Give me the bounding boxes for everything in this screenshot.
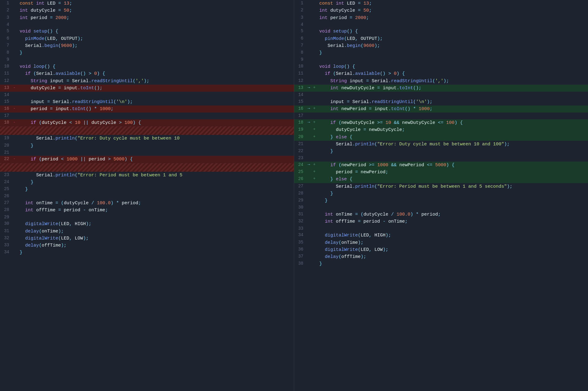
line-number: 16 [0,105,12,113]
line-number: 19 [0,135,12,142]
arrow-indicator [306,204,312,211]
line-diff-marker [12,179,17,186]
line-content: } [317,190,588,197]
arrow-indicator [306,28,312,35]
line-content [317,204,588,211]
code-row: 34 digitalWrite(LED, HIGH); [294,232,588,239]
line-diff-marker [12,7,17,14]
line-content: } [317,49,588,56]
line-number [0,126,12,135]
code-row: 15 input = Serial.readStringUntil('\n'); [294,98,588,105]
line-content: int onTime = (dutyCycle / 100.0) * perio… [317,211,588,218]
arrow-indicator [306,7,312,14]
plus-indicator [312,0,317,7]
code-row: 13→+ int newDutyCycle = input.toInt(); [294,85,588,92]
line-number: 10 [0,63,12,70]
plus-indicator: + [312,119,317,126]
line-number: 34 [0,249,12,256]
plus-indicator [312,253,317,260]
line-diff-marker [12,228,17,235]
line-number: 35 [294,239,306,246]
code-row: 35 delay(onTime); [294,239,588,246]
line-content: String input = Serial.readStringUntil(',… [317,78,588,85]
line-content: } [17,142,294,149]
plus-indicator [312,7,317,14]
line-content: } [17,186,294,193]
code-row: 26+ } else { [294,176,588,183]
code-row: 13- dutyCycle = input.toInt(); [0,85,294,92]
line-diff-marker [12,42,17,49]
code-row: 31 int onTime = (dutyCycle / 100.0) * pe… [294,211,588,218]
line-content: } [17,179,294,186]
arrow-indicator [306,253,312,260]
arrow-indicator [306,232,312,239]
line-number: 33 [0,242,12,249]
arrow-indicator [306,113,312,119]
right-pane: 1const int LED = 13;2int dutyCycle = 50;… [294,0,588,391]
arrow-indicator [306,260,312,267]
line-content [17,126,294,135]
line-content: int period = 2000; [317,14,588,21]
line-content: digitalWrite(LED, LOW); [17,235,294,242]
code-row: 23 [294,155,588,162]
line-number: 2 [0,7,12,14]
code-row: 20+ } else { [294,134,588,141]
code-row: 34} [0,249,294,256]
code-row: 29 [0,214,294,221]
line-number: 26 [0,193,12,200]
plus-indicator [312,197,317,204]
code-row: 29 } [294,197,588,204]
line-content: } else { [317,176,588,183]
code-row: 2int dutyCycle = 50; [294,7,588,14]
code-row: 18- if (dutyCycle < 10 || dutyCycle > 10… [0,119,294,126]
plus-indicator [312,42,317,49]
code-row: 30 digitalWrite(LED, HIGH); [0,220,294,228]
line-diff-marker [12,214,17,221]
line-content: if (period < 1000 || period > 5000) { [17,156,294,163]
code-row: 6 pinMode(LED, OUTPUT); [294,35,588,42]
arrow-indicator [306,246,312,253]
plus-indicator [312,56,317,63]
line-content [317,92,588,98]
line-content: int onTime = (dutyCycle / 100.0) * perio… [17,200,294,207]
line-content: } else { [317,134,588,141]
plus-indicator [312,70,317,77]
line-number: 36 [294,246,306,253]
line-content: void setup() { [317,28,588,35]
line-diff-marker [12,21,17,28]
line-content [317,21,588,28]
code-row: 24 } [0,179,294,186]
code-row: 4 [294,21,588,28]
line-content: int period = 2000; [17,14,294,21]
line-diff-marker [12,92,17,98]
line-content: int newDutyCycle = input.toInt(); [317,85,588,92]
line-number: 23 [294,155,306,162]
line-number: 25 [0,186,12,193]
arrow-indicator [306,148,312,155]
line-diff-marker [12,200,17,207]
line-content: int dutyCycle = 50; [17,7,294,14]
line-number: 31 [294,211,306,218]
code-row: 9 [294,56,588,63]
arrow-indicator [306,49,312,56]
line-content: Serial.println("Error: Period must be be… [17,172,294,179]
line-diff-marker [12,63,17,70]
line-content: Serial.begin(9600); [317,42,588,49]
plus-indicator [312,141,317,148]
line-diff-marker [12,207,17,214]
code-row: 11 if (Serial.available() > 0) { [294,70,588,77]
code-row: 18→+ if (newDutyCycle >= 10 && newDutyCy… [294,119,588,126]
arrow-indicator [306,197,312,204]
plus-indicator [312,218,317,225]
line-diff-marker [12,163,17,172]
line-number: 6 [0,35,12,42]
line-number: 5 [0,28,12,35]
line-diff-marker [12,0,17,7]
line-number: 34 [294,232,306,239]
line-content: if (newPeriod >= 1000 && newPeriod <= 50… [317,162,588,169]
line-diff-marker [12,98,17,105]
plus-indicator [312,239,317,246]
plus-indicator [312,225,317,232]
line-number: 28 [0,207,12,214]
code-row: 25 } [0,186,294,193]
